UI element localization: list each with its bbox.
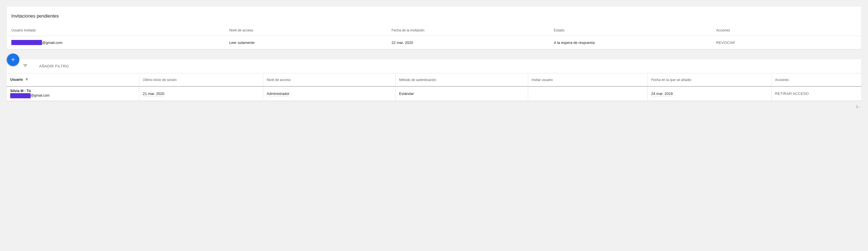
cell-access-level: Leer solamente [225,36,387,49]
users-table: Usuario Último inicio de sesión Nivel de… [7,73,861,101]
last-login-value: 21 mar. 2020 [143,92,164,96]
cell-invited-user: @gmail.com [7,36,225,49]
table-row: @gmail.com Leer solamente 22 mar. 2020 A… [7,36,861,49]
cell-user: Silvia M - Tú @gmail.com [7,86,139,101]
cell-auth-method: Estándar [396,86,528,101]
users-section: AÑADIR FILTRO Usuario Último inicio de s… [7,59,861,109]
table-header-row: Usuario Último inicio de sesión Nivel de… [7,73,861,87]
cell-actions: REVOCAR [712,36,861,49]
add-filter-button[interactable]: AÑADIR FILTRO [39,64,69,68]
plus-icon [10,57,16,63]
filter-icon [23,63,39,69]
col-header-access-level[interactable]: Nivel de acceso [263,73,396,87]
cell-date-added: 24 mar. 2019 [648,86,772,101]
col-header-invite-user[interactable]: Invitar usuario [528,73,648,87]
col-header-user[interactable]: Usuario [7,73,139,87]
redacted-email-local [10,93,31,98]
col-header-auth-method[interactable]: Método de autenticación [396,73,528,87]
access-level-value: Administrador [267,92,289,96]
col-header-access-level: Nivel de acceso [225,21,387,36]
table-row: Silvia M - Tú @gmail.com 21 mar. 2020 Ad… [7,86,861,101]
cell-last-login: 21 mar. 2020 [139,86,263,101]
redacted-email-local [11,40,42,45]
email-domain: @gmail.com [42,40,62,45]
user-email: @gmail.com [10,93,135,98]
cell-invite-user [528,86,648,101]
col-header-invited-user: Usuario invitado [7,21,225,36]
col-header-invite-date: Fecha de la invitación [387,21,549,36]
revoke-button[interactable]: REVOCAR [716,40,735,45]
col-header-last-login[interactable]: Último inicio de sesión [139,73,263,87]
filter-bar: AÑADIR FILTRO [7,59,861,73]
pagination-info: 1 - [7,101,861,109]
cell-actions: RETIRAR ACCESO [772,86,861,101]
col-header-date-added[interactable]: Fecha en la que se añadió [648,73,772,87]
col-header-actions: Acciones [772,73,861,87]
col-header-user-label: Usuario [10,78,23,81]
pending-invites-title: Invitaciones pendientes [7,7,861,21]
col-header-status: Estado [550,21,712,36]
sort-asc-icon [25,77,29,82]
remove-access-button[interactable]: RETIRAR ACCESO [775,92,809,96]
email-domain: @gmail.com [31,94,50,98]
table-header-row: Usuario invitado Nivel de acceso Fecha d… [7,21,861,36]
date-added-value: 24 mar. 2019 [651,92,673,96]
user-display-name: Silvia M - Tú [10,89,135,93]
pending-invites-table: Usuario invitado Nivel de acceso Fecha d… [7,21,861,49]
cell-invite-date: 22 mar. 2020 [387,36,549,49]
add-user-fab[interactable] [7,53,19,66]
col-header-actions: Acciones [712,21,861,36]
cell-status: A la espera de respuesta [550,36,712,49]
pending-invites-card: Invitaciones pendientes Usuario invitado… [7,7,861,49]
cell-access-level: Administrador [263,86,396,101]
